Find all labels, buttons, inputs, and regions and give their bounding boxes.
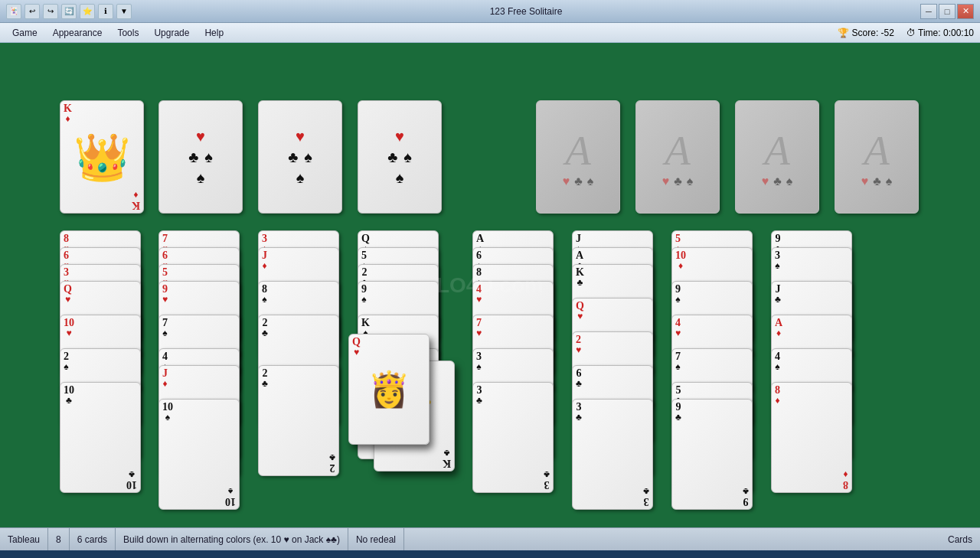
count-value: 8: [56, 534, 61, 545]
score-icon: 🏆: [838, 28, 849, 38]
status-redeal: No redeal: [348, 528, 404, 550]
menu-tools[interactable]: Tools: [111, 26, 145, 40]
foundation-4[interactable]: A ♥ ♣ ♠: [835, 100, 919, 214]
cards-label: Cards: [948, 534, 972, 545]
toolbar-btn-4[interactable]: ⭐: [80, 4, 95, 19]
cards-value: 6 cards: [77, 534, 107, 545]
status-count: 8: [48, 528, 70, 550]
close-button[interactable]: ✕: [957, 4, 974, 19]
foundation-1[interactable]: A ♥ ♣ ♠: [536, 100, 620, 214]
card-8d-col8[interactable]: 8 ♦ 8 ♦: [771, 382, 852, 493]
status-cards: 6 cards: [70, 528, 116, 550]
card-face: 👑: [67, 116, 137, 197]
app-icon: 🃏: [6, 4, 21, 19]
status-bar: Tableau 8 6 cards Build down in alternat…: [0, 527, 980, 550]
menu-bar-right: 🏆 Score: -52 ⏱ Time: 0:00:10: [838, 28, 974, 38]
card-king-diamonds[interactable]: K ♦ K ♦ 👑: [60, 100, 144, 214]
toolbar-btn-6[interactable]: ▼: [116, 4, 132, 19]
menu-game[interactable]: Game: [6, 26, 44, 40]
time-icon: ⏱: [906, 28, 916, 38]
mode-label: Tableau: [8, 534, 40, 545]
status-rule: Build down in alternating colors (ex. 10…: [116, 528, 348, 550]
status-mode: Tableau: [0, 528, 48, 550]
foundation-3[interactable]: A ♥ ♣ ♠: [735, 100, 819, 214]
maximize-button[interactable]: □: [939, 4, 956, 19]
score-display: 🏆 Score: -52: [838, 28, 894, 38]
status-cards-label: Cards: [940, 528, 980, 550]
dragged-card-q[interactable]: Q ♥ 👸: [348, 334, 430, 445]
title-bar-left: 🃏 ↩ ↪ 🔄 ⭐ ℹ ▼: [6, 4, 132, 19]
card-3c-col5[interactable]: 3 ♣ 3 ♣: [472, 382, 554, 493]
window-title: 123 Free Solitaire: [132, 6, 920, 17]
card-9s-col7[interactable]: 9 ♣ 9 ♣: [671, 399, 753, 510]
toolbar-btn-1[interactable]: ↩: [24, 4, 40, 19]
title-bar: 🃏 ↩ ↪ 🔄 ⭐ ℹ ▼ 123 Free Solitaire ─ □ ✕: [0, 0, 980, 23]
game-area[interactable]: LO4D.com K ♦ K ♦ 👑 ♥ ♣ ♠ ♠: [0, 43, 980, 527]
toolbar-btn-5[interactable]: ℹ: [98, 4, 113, 19]
rule-text: Build down in alternating colors (ex. 10…: [123, 534, 340, 545]
card-pile-3[interactable]: ♥ ♣ ♠ ♠: [258, 100, 342, 214]
card-2c2-col3[interactable]: 2 ♣ 2 ♣: [258, 365, 339, 476]
menu-bar: Game Appearance Tools Upgrade Help 🏆 Sco…: [0, 23, 980, 43]
toolbar-btn-3[interactable]: 🔄: [61, 4, 77, 19]
card-10c[interactable]: 10 ♣ 10 ♣: [60, 382, 141, 493]
time-value: 0:00:10: [943, 28, 974, 38]
card-pile-2[interactable]: ♥ ♣ ♠ ♠: [158, 100, 243, 214]
menu-appearance[interactable]: Appearance: [47, 26, 109, 40]
card-10s-col2[interactable]: 10 ♠ 10 ♠: [158, 399, 240, 510]
menu-upgrade[interactable]: Upgrade: [148, 26, 195, 40]
foundation-2[interactable]: A ♥ ♣ ♠: [635, 100, 720, 214]
redeal-text: No redeal: [356, 534, 396, 545]
card-pile-4[interactable]: ♥ ♣ ♠ ♠: [358, 100, 442, 214]
minimize-button[interactable]: ─: [920, 4, 937, 19]
score-value: -52: [881, 28, 894, 38]
toolbar-btn-2[interactable]: ↪: [43, 4, 58, 19]
score-label: Score:: [852, 28, 879, 38]
window-controls: ─ □ ✕: [920, 4, 974, 19]
time-display: ⏱ Time: 0:00:10: [906, 28, 974, 38]
menu-help[interactable]: Help: [198, 26, 230, 40]
card-3c2-col6[interactable]: 3 ♣ 3 ♣: [572, 399, 653, 510]
time-label: Time:: [918, 28, 941, 38]
